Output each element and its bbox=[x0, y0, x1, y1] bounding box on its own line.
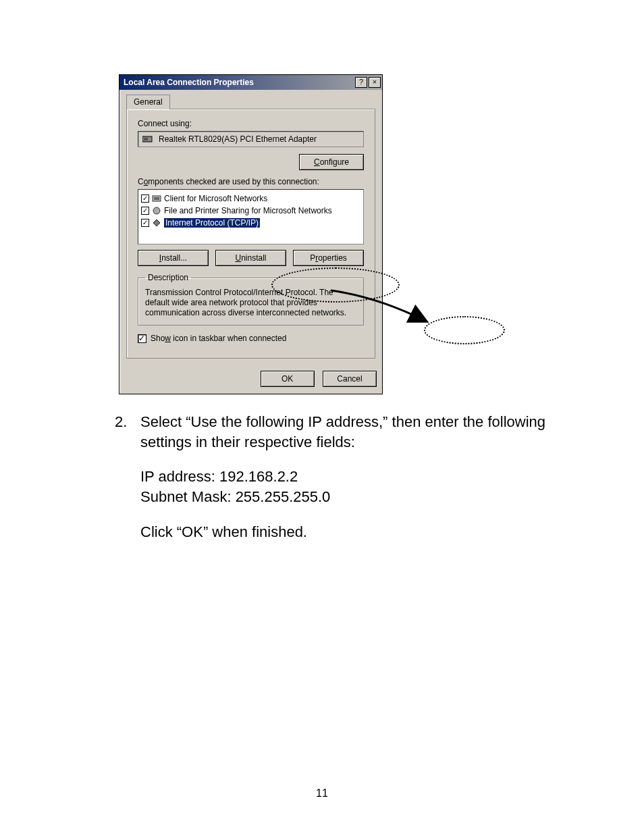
list-item-label-selected: Internet Protocol (TCP/IP) bbox=[164, 218, 260, 228]
configure-button[interactable]: Configure bbox=[299, 154, 364, 170]
description-text: Transmission Control Protocol/Internet P… bbox=[145, 288, 356, 318]
checkbox-icon[interactable]: ✓ bbox=[141, 219, 149, 227]
list-item[interactable]: ✓ File and Printer Sharing for Microsoft… bbox=[141, 205, 360, 217]
install-button[interactable]: Install... bbox=[138, 250, 209, 266]
svg-point-4 bbox=[153, 207, 160, 214]
titlebar: Local Area Connection Properties ? × bbox=[119, 75, 382, 90]
show-icon-label: Show icon in taskbar when connected bbox=[151, 334, 286, 343]
tab-panel: Connect using: Realtek RTL8029(AS) PCI E… bbox=[126, 109, 375, 359]
step-text: Select “Use the following IP address,” t… bbox=[140, 412, 547, 452]
document-body: 2. Select “Use the following IP address,… bbox=[115, 412, 547, 556]
list-item[interactable]: ✓ Internet Protocol (TCP/IP) bbox=[141, 217, 360, 229]
checkbox-icon[interactable]: ✓ bbox=[141, 207, 149, 215]
components-listbox[interactable]: ✓ Client for Microsoft Networks ✓ File a… bbox=[138, 189, 364, 244]
adapter-name: Realtek RTL8029(AS) PCI Ethernet Adapter bbox=[159, 134, 317, 144]
help-button[interactable]: ? bbox=[355, 77, 367, 88]
ip-address-line: IP address: 192.168.2.2 bbox=[140, 467, 547, 487]
page-number: 11 bbox=[0, 787, 644, 800]
svg-rect-3 bbox=[154, 197, 159, 200]
adapter-field: Realtek RTL8029(AS) PCI Ethernet Adapter bbox=[138, 131, 364, 147]
network-adapter-icon bbox=[142, 135, 153, 143]
components-label: Components checked are used by this conn… bbox=[138, 177, 364, 186]
annotation-ellipse-properties bbox=[424, 316, 505, 344]
client-icon bbox=[152, 194, 161, 203]
checkbox-icon[interactable]: ✓ bbox=[141, 194, 149, 203]
properties-button[interactable]: Properties bbox=[293, 250, 364, 266]
uninstall-button[interactable]: Uninstall bbox=[215, 250, 286, 266]
description-legend: Description bbox=[145, 273, 191, 282]
share-icon bbox=[152, 206, 161, 215]
close-button[interactable]: × bbox=[369, 77, 381, 88]
list-item[interactable]: ✓ Client for Microsoft Networks bbox=[141, 192, 360, 205]
cancel-button[interactable]: Cancel bbox=[323, 371, 377, 387]
description-group: Description Transmission Control Protoco… bbox=[138, 273, 364, 325]
click-ok-line: Click “OK” when finished. bbox=[140, 522, 547, 542]
connect-using-label: Connect using: bbox=[138, 119, 364, 128]
protocol-icon bbox=[152, 218, 161, 228]
svg-rect-1 bbox=[144, 138, 148, 140]
ok-button[interactable]: OK bbox=[261, 371, 315, 387]
window-title: Local Area Connection Properties bbox=[124, 78, 355, 87]
step-number: 2. bbox=[115, 412, 128, 452]
subnet-mask-line: Subnet Mask: 255.255.255.0 bbox=[140, 487, 547, 507]
list-item-label: Client for Microsoft Networks bbox=[164, 194, 267, 203]
dialog-local-area-connection-properties: Local Area Connection Properties ? × Gen… bbox=[119, 74, 383, 394]
show-icon-checkbox[interactable] bbox=[138, 334, 146, 343]
tab-general[interactable]: General bbox=[126, 95, 170, 109]
list-item-label: File and Printer Sharing for Microsoft N… bbox=[164, 206, 332, 215]
